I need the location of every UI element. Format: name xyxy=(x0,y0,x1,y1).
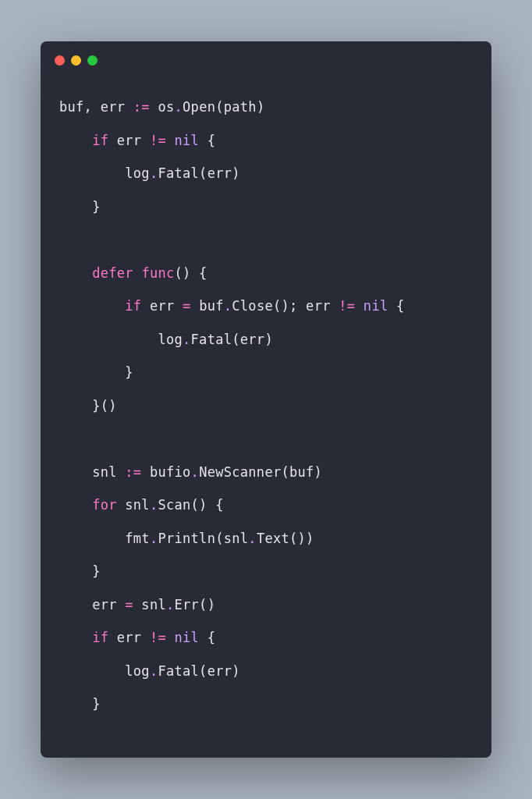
close-icon[interactable] xyxy=(55,55,65,66)
code-token: if xyxy=(125,298,141,314)
code-token: err xyxy=(59,597,125,613)
code-token xyxy=(166,133,175,148)
maximize-icon[interactable] xyxy=(87,55,98,66)
code-token: != xyxy=(150,133,166,148)
code-token: . xyxy=(248,531,257,546)
code-token: if xyxy=(92,133,108,148)
code-token xyxy=(59,133,92,148)
code-token: . xyxy=(150,663,158,679)
code-token: != xyxy=(339,298,355,314)
code-token: Err() xyxy=(175,597,216,613)
code-token: buf, err xyxy=(59,99,133,115)
code-token: err xyxy=(108,133,150,148)
code-token: . xyxy=(191,464,200,480)
code-token: Text()) xyxy=(257,531,314,546)
code-token xyxy=(59,497,92,513)
code-token: = xyxy=(183,298,191,314)
titlebar xyxy=(41,41,491,72)
code-token xyxy=(59,298,125,314)
code-token: != xyxy=(150,630,166,645)
code-token: { xyxy=(199,133,215,148)
code-token: . xyxy=(150,165,158,181)
code-token: snl xyxy=(117,497,150,513)
code-token: { xyxy=(388,298,404,314)
code-token xyxy=(133,265,142,281)
code-token: . xyxy=(175,99,183,115)
code-token: = xyxy=(125,597,133,613)
code-token: buf xyxy=(191,298,224,314)
code-token: snl xyxy=(133,597,166,613)
code-token: := xyxy=(125,464,141,480)
code-token: log xyxy=(59,165,150,181)
code-token: Scan() { xyxy=(158,497,223,513)
code-token: := xyxy=(133,99,150,115)
code-token xyxy=(355,298,364,314)
code-token: Fatal(err) xyxy=(158,165,239,181)
code-token xyxy=(59,630,92,645)
code-token: log xyxy=(59,663,150,679)
code-token: for xyxy=(92,497,117,513)
code-token: func xyxy=(141,265,174,281)
code-token: os xyxy=(150,99,175,115)
code-content: buf, err := os.Open(path) if err != nil … xyxy=(41,72,491,740)
code-token: . xyxy=(166,597,175,613)
code-token: () { xyxy=(175,265,207,281)
code-token: fmt xyxy=(59,531,150,546)
code-token: . xyxy=(224,298,232,314)
code-token: err xyxy=(141,298,183,314)
code-token: snl xyxy=(59,464,125,480)
code-token: bufio xyxy=(141,464,190,480)
code-token: Open(path) xyxy=(183,99,264,115)
code-token: Fatal(err) xyxy=(158,663,239,679)
code-token: } xyxy=(59,199,101,215)
code-token: if xyxy=(92,630,108,645)
code-token: } xyxy=(59,696,101,712)
code-token: log xyxy=(59,332,183,347)
code-token xyxy=(59,265,92,281)
code-token: Fatal(err) xyxy=(191,332,273,347)
code-token: } xyxy=(59,364,133,380)
minimize-icon[interactable] xyxy=(71,55,81,66)
code-window: buf, err := os.Open(path) if err != nil … xyxy=(41,41,491,758)
code-token: . xyxy=(150,497,158,513)
code-token: }() xyxy=(59,398,117,414)
code-token xyxy=(166,630,175,645)
code-token: defer xyxy=(92,265,133,281)
code-token: } xyxy=(59,563,101,579)
code-token: nil xyxy=(175,133,200,148)
code-token: nil xyxy=(175,630,200,645)
code-token: NewScanner(buf) xyxy=(199,464,322,480)
code-token: . xyxy=(183,332,191,347)
code-token: { xyxy=(199,630,215,645)
code-token: . xyxy=(150,531,158,546)
code-token: err xyxy=(108,630,150,645)
code-token: Println(snl xyxy=(158,531,248,546)
code-token: Close(); err xyxy=(232,298,339,314)
code-token: nil xyxy=(364,298,388,314)
